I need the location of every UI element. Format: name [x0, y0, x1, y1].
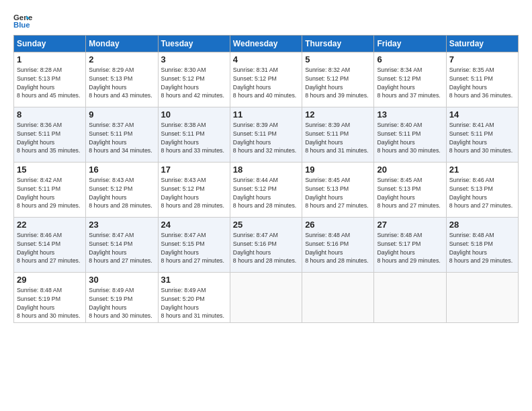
- day-info: Sunrise: 8:49 AMSunset: 5:19 PMDaylight …: [89, 286, 154, 320]
- day-number: 31: [161, 275, 227, 285]
- day-number: 18: [233, 165, 299, 175]
- day-info: Sunrise: 8:39 AMSunset: 5:11 PMDaylight …: [233, 121, 299, 155]
- day-info: Sunrise: 8:36 AMSunset: 5:11 PMDaylight …: [17, 121, 83, 155]
- day-info: Sunrise: 8:40 AMSunset: 5:11 PMDaylight …: [377, 121, 443, 155]
- col-header-wednesday: Wednesday: [230, 36, 302, 52]
- calendar-cell: 20Sunrise: 8:45 AMSunset: 5:13 PMDayligh…: [374, 163, 446, 218]
- day-number: 22: [17, 220, 83, 230]
- day-number: 12: [305, 109, 371, 120]
- calendar-cell: 13Sunrise: 8:40 AMSunset: 5:11 PMDayligh…: [374, 107, 446, 163]
- day-info: Sunrise: 8:46 AMSunset: 5:13 PMDaylight …: [449, 176, 515, 210]
- calendar: SundayMondayTuesdayWednesdayThursdayFrid…: [13, 35, 519, 323]
- col-header-monday: Monday: [86, 36, 158, 52]
- col-header-sunday: Sunday: [14, 36, 86, 52]
- calendar-cell: 14Sunrise: 8:41 AMSunset: 5:11 PMDayligh…: [446, 107, 518, 163]
- calendar-cell: 30Sunrise: 8:49 AMSunset: 5:19 PMDayligh…: [86, 273, 158, 323]
- day-info: Sunrise: 8:45 AMSunset: 5:13 PMDaylight …: [305, 176, 371, 210]
- day-info: Sunrise: 8:46 AMSunset: 5:14 PMDaylight …: [17, 231, 83, 265]
- calendar-cell: 29Sunrise: 8:48 AMSunset: 5:19 PMDayligh…: [14, 273, 86, 323]
- calendar-cell: 31Sunrise: 8:49 AMSunset: 5:20 PMDayligh…: [158, 273, 230, 323]
- calendar-cell: 24Sunrise: 8:47 AMSunset: 5:15 PMDayligh…: [158, 218, 230, 273]
- calendar-cell: 27Sunrise: 8:48 AMSunset: 5:17 PMDayligh…: [374, 218, 446, 273]
- day-number: 13: [377, 109, 443, 120]
- day-number: 30: [89, 275, 154, 285]
- calendar-cell: 22Sunrise: 8:46 AMSunset: 5:14 PMDayligh…: [14, 218, 86, 273]
- day-number: 14: [449, 109, 515, 120]
- calendar-cell: 15Sunrise: 8:42 AMSunset: 5:11 PMDayligh…: [14, 163, 86, 218]
- day-info: Sunrise: 8:37 AMSunset: 5:11 PMDaylight …: [89, 121, 154, 155]
- day-number: 6: [377, 54, 443, 64]
- calendar-cell: 26Sunrise: 8:48 AMSunset: 5:16 PMDayligh…: [302, 218, 374, 273]
- calendar-cell: 3Sunrise: 8:30 AMSunset: 5:12 PMDaylight…: [158, 52, 230, 107]
- day-number: 16: [89, 165, 154, 175]
- calendar-cell: 5Sunrise: 8:32 AMSunset: 5:12 PMDaylight…: [302, 52, 374, 107]
- calendar-cell: [302, 273, 374, 323]
- day-number: 5: [305, 54, 371, 64]
- logo: General Blue: [13, 11, 34, 30]
- day-number: 1: [17, 54, 83, 64]
- calendar-cell: 4Sunrise: 8:31 AMSunset: 5:12 PMDaylight…: [230, 52, 302, 107]
- day-number: 25: [233, 220, 299, 230]
- day-info: Sunrise: 8:41 AMSunset: 5:11 PMDaylight …: [449, 121, 515, 155]
- day-info: Sunrise: 8:48 AMSunset: 5:19 PMDaylight …: [17, 286, 83, 320]
- day-number: 3: [161, 54, 227, 64]
- day-number: 8: [17, 109, 83, 120]
- calendar-cell: 11Sunrise: 8:39 AMSunset: 5:11 PMDayligh…: [230, 107, 302, 163]
- day-info: Sunrise: 8:43 AMSunset: 5:12 PMDaylight …: [89, 176, 154, 210]
- day-info: Sunrise: 8:48 AMSunset: 5:17 PMDaylight …: [377, 231, 443, 265]
- day-info: Sunrise: 8:43 AMSunset: 5:12 PMDaylight …: [161, 176, 227, 210]
- calendar-cell: 19Sunrise: 8:45 AMSunset: 5:13 PMDayligh…: [302, 163, 374, 218]
- calendar-cell: 7Sunrise: 8:35 AMSunset: 5:11 PMDaylight…: [446, 52, 518, 107]
- calendar-cell: [446, 273, 518, 323]
- day-number: 9: [89, 109, 154, 120]
- day-info: Sunrise: 8:49 AMSunset: 5:20 PMDaylight …: [161, 286, 227, 320]
- day-info: Sunrise: 8:29 AMSunset: 5:13 PMDaylight …: [89, 66, 154, 100]
- calendar-cell: 18Sunrise: 8:44 AMSunset: 5:12 PMDayligh…: [230, 163, 302, 218]
- day-number: 23: [89, 220, 154, 230]
- calendar-cell: 1Sunrise: 8:28 AMSunset: 5:13 PMDaylight…: [14, 52, 86, 107]
- calendar-cell: 12Sunrise: 8:39 AMSunset: 5:11 PMDayligh…: [302, 107, 374, 163]
- day-info: Sunrise: 8:39 AMSunset: 5:11 PMDaylight …: [305, 121, 371, 155]
- day-info: Sunrise: 8:48 AMSunset: 5:16 PMDaylight …: [305, 231, 371, 265]
- day-number: 19: [305, 165, 371, 175]
- svg-text:Blue: Blue: [13, 21, 30, 29]
- day-info: Sunrise: 8:47 AMSunset: 5:15 PMDaylight …: [161, 231, 227, 265]
- day-info: Sunrise: 8:38 AMSunset: 5:11 PMDaylight …: [161, 121, 227, 155]
- col-header-saturday: Saturday: [446, 36, 518, 52]
- calendar-cell: [374, 273, 446, 323]
- calendar-cell: 17Sunrise: 8:43 AMSunset: 5:12 PMDayligh…: [158, 163, 230, 218]
- day-number: 20: [377, 165, 443, 175]
- col-header-thursday: Thursday: [302, 36, 374, 52]
- day-number: 17: [161, 165, 227, 175]
- col-header-friday: Friday: [374, 36, 446, 52]
- day-info: Sunrise: 8:34 AMSunset: 5:12 PMDaylight …: [377, 66, 443, 100]
- day-info: Sunrise: 8:31 AMSunset: 5:12 PMDaylight …: [233, 66, 299, 100]
- calendar-cell: 9Sunrise: 8:37 AMSunset: 5:11 PMDaylight…: [86, 107, 158, 163]
- day-number: 2: [89, 54, 154, 64]
- calendar-cell: 2Sunrise: 8:29 AMSunset: 5:13 PMDaylight…: [86, 52, 158, 107]
- day-info: Sunrise: 8:28 AMSunset: 5:13 PMDaylight …: [17, 66, 83, 100]
- day-number: 28: [449, 220, 515, 230]
- calendar-cell: 10Sunrise: 8:38 AMSunset: 5:11 PMDayligh…: [158, 107, 230, 163]
- calendar-cell: 16Sunrise: 8:43 AMSunset: 5:12 PMDayligh…: [86, 163, 158, 218]
- day-number: 24: [161, 220, 227, 230]
- calendar-cell: 6Sunrise: 8:34 AMSunset: 5:12 PMDaylight…: [374, 52, 446, 107]
- day-number: 26: [305, 220, 371, 230]
- calendar-cell: 21Sunrise: 8:46 AMSunset: 5:13 PMDayligh…: [446, 163, 518, 218]
- day-number: 11: [233, 109, 299, 120]
- day-info: Sunrise: 8:45 AMSunset: 5:13 PMDaylight …: [377, 176, 443, 210]
- day-info: Sunrise: 8:47 AMSunset: 5:14 PMDaylight …: [89, 231, 154, 265]
- day-number: 21: [449, 165, 515, 175]
- day-number: 7: [449, 54, 515, 64]
- day-info: Sunrise: 8:30 AMSunset: 5:12 PMDaylight …: [161, 66, 227, 100]
- day-info: Sunrise: 8:35 AMSunset: 5:11 PMDaylight …: [449, 66, 515, 100]
- day-number: 27: [377, 220, 443, 230]
- col-header-tuesday: Tuesday: [158, 36, 230, 52]
- day-info: Sunrise: 8:42 AMSunset: 5:11 PMDaylight …: [17, 176, 83, 210]
- day-info: Sunrise: 8:48 AMSunset: 5:18 PMDaylight …: [449, 231, 515, 265]
- calendar-cell: 28Sunrise: 8:48 AMSunset: 5:18 PMDayligh…: [446, 218, 518, 273]
- day-number: 10: [161, 109, 227, 120]
- calendar-cell: [230, 273, 302, 323]
- day-info: Sunrise: 8:47 AMSunset: 5:16 PMDaylight …: [233, 231, 299, 265]
- day-number: 15: [17, 165, 83, 175]
